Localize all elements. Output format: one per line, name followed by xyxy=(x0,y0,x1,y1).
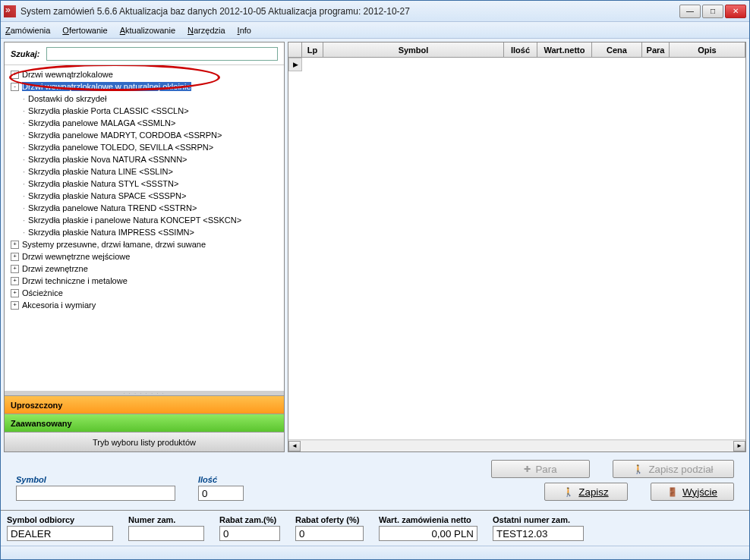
tree-item[interactable]: Skrzydła płaskie Nova NATURA <SSNNN> xyxy=(6,153,282,165)
tree-item[interactable]: -Drzwi wewnątrzlokalowe w naturalnej okl… xyxy=(6,80,282,93)
product-tree[interactable]: +Drzwi wewnątrzlokalowe-Drzwi wewnątrzlo… xyxy=(5,65,284,391)
grid-col-para[interactable]: Para xyxy=(642,42,670,57)
para-button[interactable]: ✚Para xyxy=(491,460,590,478)
search-input[interactable] xyxy=(46,47,278,61)
search-label: Szukaj: xyxy=(11,49,40,58)
symbol-odbiorcy-input[interactable] xyxy=(7,526,113,541)
tree-item[interactable]: Skrzydła płaskie Natura SPACE <SSSPN> xyxy=(6,190,282,202)
tree-item[interactable]: Skrzydła płaskie i panelowe Natura KONCE… xyxy=(6,214,282,226)
close-button[interactable]: ✕ xyxy=(725,5,746,18)
rabat-zam-label: Rabat zam.(%) xyxy=(219,515,280,524)
grid-col-opis[interactable]: Opis xyxy=(670,42,745,57)
rabat-oferty-input[interactable] xyxy=(295,526,364,541)
form-area: Symbol Ilość ✚Para 🚶Zapisz podział 🚶Zapi… xyxy=(1,455,749,510)
collapse-icon[interactable]: - xyxy=(11,83,19,91)
expand-icon[interactable]: + xyxy=(11,241,19,249)
tree-item[interactable]: Skrzydła płaskie Natura LINE <SSLIN> xyxy=(6,165,282,178)
door-icon: 🚪 xyxy=(667,487,678,497)
maximize-button[interactable]: □ xyxy=(702,5,723,18)
menu-narzedzia[interactable]: Narzędzia xyxy=(188,26,225,35)
tree-item[interactable]: +Akcesoria i wymiary xyxy=(6,299,282,311)
tree-item[interactable]: +Drzwi zewnętrzne xyxy=(6,263,282,275)
expand-icon[interactable]: + xyxy=(11,301,19,310)
expand-icon[interactable]: + xyxy=(11,277,19,285)
app-window: System zamówień 5.6.6 Aktualizacja baz d… xyxy=(0,0,750,560)
ostatni-label: Ostatni numer zam. xyxy=(493,515,584,524)
bottom-bar: Symbol odbiorcy Numer zam. Rabat zam.(%)… xyxy=(1,510,749,546)
grid-col-lp[interactable]: Lp xyxy=(302,42,323,57)
mode-simple-button[interactable]: Uproszczony xyxy=(5,395,284,414)
tree-item-label: Skrzydła płaskie Natura STYL <SSSTN> xyxy=(23,179,178,188)
tree-item[interactable]: +Drzwi wewnętrzne wejściowe xyxy=(6,250,282,263)
wyjscie-button[interactable]: 🚪Wyjście xyxy=(651,483,734,501)
tree-item[interactable]: +Drzwi wewnątrzlokalowe xyxy=(6,68,282,80)
tree-item[interactable]: +Systemy przesuwne, drzwi łamane, drzwi … xyxy=(6,238,282,250)
tree-item[interactable]: Skrzydła panelowe MALAGA <SSMLN> xyxy=(6,117,282,129)
symbol-input[interactable] xyxy=(16,486,175,501)
plus-icon: ✚ xyxy=(524,464,531,474)
grid-body[interactable]: ▶ xyxy=(288,58,745,439)
tree-item-label: Skrzydła płaskie Natura IMPRESS <SSIMN> xyxy=(23,228,194,237)
grid-col-cena[interactable]: Cena xyxy=(592,42,642,57)
tree-item-label: Skrzydła płaskie i panelowe Natura KONCE… xyxy=(23,216,241,225)
statusbar xyxy=(1,546,749,559)
menu-zamowienia[interactable]: Zamówienia xyxy=(5,26,50,35)
zapisz-button[interactable]: 🚶Zapisz xyxy=(544,483,628,501)
scroll-left-button[interactable]: ◄ xyxy=(288,441,301,451)
numer-zam-input[interactable] xyxy=(128,526,204,541)
expand-icon[interactable]: + xyxy=(11,71,19,79)
rabat-oferty-label: Rabat oferty (%) xyxy=(295,515,364,524)
mode-tryb-button[interactable]: Tryb wyboru listy produktów xyxy=(5,432,284,451)
tree-item-label: Drzwi zewnętrzne xyxy=(22,264,88,273)
walk-icon: 🚶 xyxy=(633,464,644,474)
left-panel: Szukaj: +Drzwi wewnątrzlokalowe-Drzwi we… xyxy=(4,42,285,452)
tree-item[interactable]: Skrzydła panelowe MADRYT, CORDOBA <SSRPN… xyxy=(6,129,282,141)
grid-header: Lp Symbol Ilość Wart.netto Cena Para Opi… xyxy=(288,42,745,58)
tree-item-label: Skrzydła panelowe MADRYT, CORDOBA <SSRPN… xyxy=(23,131,222,140)
wart-label: Wart. zamówienia netto xyxy=(379,515,477,524)
expand-icon[interactable]: + xyxy=(11,253,19,261)
app-icon xyxy=(4,5,16,17)
tree-item[interactable]: +Ościeżnice xyxy=(6,287,282,299)
right-panel: Lp Symbol Ilość Wart.netto Cena Para Opi… xyxy=(288,42,746,452)
tree-item[interactable]: Skrzydła płaskie Porta CLASSIC <SSCLN> xyxy=(6,105,282,117)
horizontal-scrollbar[interactable]: ◄ ► xyxy=(288,439,745,451)
expand-icon[interactable]: + xyxy=(11,265,19,273)
tree-item-label: Systemy przesuwne, drzwi łamane, drzwi s… xyxy=(22,240,206,249)
tree-item[interactable]: Skrzydła płaskie Natura STYL <SSSTN> xyxy=(6,178,282,190)
scroll-right-button[interactable]: ► xyxy=(733,441,745,451)
menu-ofertowanie[interactable]: Ofertowanie xyxy=(62,26,107,35)
expand-icon[interactable]: + xyxy=(11,289,19,297)
tree-item-label: Drzwi wewnątrzlokalowe w naturalnej okle… xyxy=(22,82,191,91)
zapisz-podzial-button[interactable]: 🚶Zapisz podział xyxy=(613,460,734,478)
window-title: System zamówień 5.6.6 Aktualizacja baz d… xyxy=(20,6,679,17)
grid-col-indicator xyxy=(288,42,302,57)
mode-advanced-button[interactable]: Zaawansowany xyxy=(5,414,284,432)
tree-item-label: Akcesoria i wymiary xyxy=(22,300,96,310)
symbol-label: Symbol xyxy=(16,475,175,484)
grid-col-symbol[interactable]: Symbol xyxy=(323,42,504,57)
tree-item-label: Skrzydła panelowe MALAGA <SSMLN> xyxy=(23,118,176,127)
tree-item-label: Skrzydła panelowe Natura TREND <SSTRN> xyxy=(23,203,197,212)
rabat-zam-input[interactable] xyxy=(219,526,280,541)
scroll-track[interactable] xyxy=(301,441,733,451)
ostatni-input[interactable] xyxy=(493,526,584,541)
tree-item-label: Drzwi wewnątrzlokalowe xyxy=(22,70,113,79)
tree-item[interactable]: Skrzydła panelowe TOLEDO, SEVILLA <SSRPN… xyxy=(6,141,282,153)
grid-col-ilosc[interactable]: Ilość xyxy=(504,42,537,57)
menu-info[interactable]: Info xyxy=(238,26,251,35)
minimize-button[interactable]: — xyxy=(679,5,701,18)
tree-item-label: Skrzydła panelowe TOLEDO, SEVILLA <SSRPN… xyxy=(23,143,213,152)
tree-item[interactable]: Dostawki do skrzydeł xyxy=(6,93,282,105)
tree-item-label: Dostawki do skrzydeł xyxy=(23,94,106,103)
menu-aktualizowanie[interactable]: Aktualizowanie xyxy=(120,26,175,35)
wart-input[interactable] xyxy=(379,526,477,541)
tree-item[interactable]: Skrzydła płaskie Natura IMPRESS <SSIMN> xyxy=(6,226,282,238)
ilosc-input[interactable] xyxy=(198,486,244,501)
tree-item[interactable]: +Drzwi techniczne i metalowe xyxy=(6,275,282,287)
titlebar: System zamówień 5.6.6 Aktualizacja baz d… xyxy=(1,1,749,22)
tree-item[interactable]: Skrzydła panelowe Natura TREND <SSTRN> xyxy=(6,202,282,214)
grid-col-wartnetto[interactable]: Wart.netto xyxy=(537,42,592,57)
menubar: Zamówienia Ofertowanie Aktualizowanie Na… xyxy=(1,22,749,39)
tree-item-label: Skrzydła płaskie Nova NATURA <SSNNN> xyxy=(23,155,188,164)
